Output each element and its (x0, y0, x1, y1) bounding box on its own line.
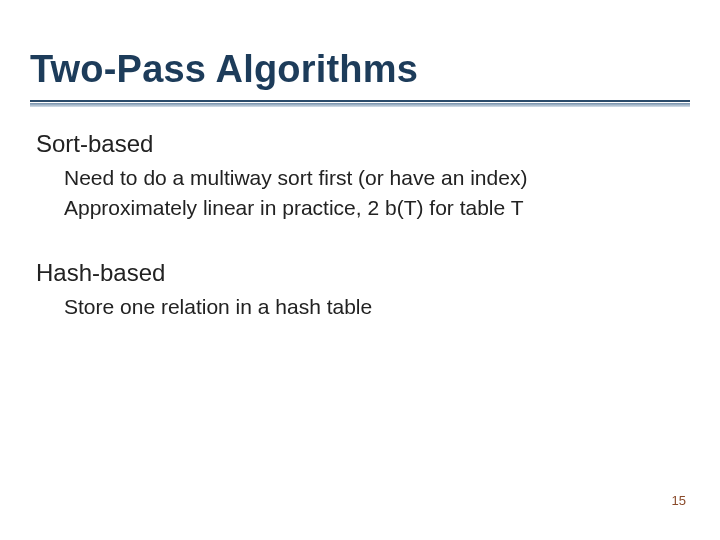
slide-title: Two-Pass Algorithms (30, 48, 418, 91)
section-heading-sort-based: Sort-based (36, 130, 676, 158)
slide-content: Sort-based Need to do a multiway sort fi… (36, 130, 676, 323)
body-line: Need to do a multiway sort first (or hav… (64, 164, 676, 192)
body-line: Approximately linear in practice, 2 b(T)… (64, 194, 676, 222)
section-heading-hash-based: Hash-based (36, 259, 676, 287)
body-line: Store one relation in a hash table (64, 293, 676, 321)
page-number: 15 (672, 493, 686, 508)
title-underline (30, 100, 690, 106)
slide: Two-Pass Algorithms Sort-based Need to d… (0, 0, 720, 540)
